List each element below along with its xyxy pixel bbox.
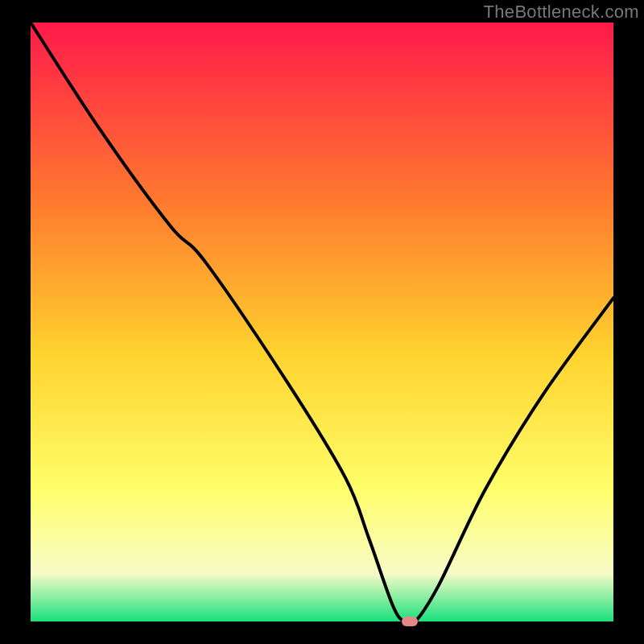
optimal-marker [402,617,418,626]
chart-svg [31,23,613,621]
chart-frame: TheBottleneck.com [0,0,644,644]
watermark-text: TheBottleneck.com [484,2,639,23]
plot-area [31,23,613,621]
gradient-background [31,23,613,621]
